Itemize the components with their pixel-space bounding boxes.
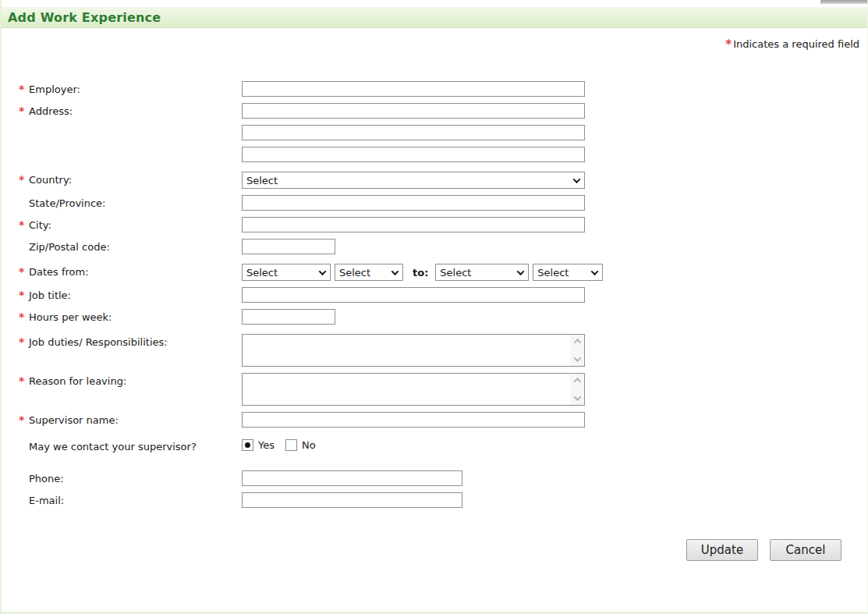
employer-label: Employer:: [29, 83, 80, 96]
zip-label: Zip/Postal code:: [29, 241, 110, 254]
required-field-note: *Indicates a required field: [2, 37, 867, 51]
chevron-down-icon: [517, 268, 525, 275]
phone-label: Phone:: [29, 473, 64, 485]
supervisor-name-input[interactable]: [242, 412, 585, 428]
city-label: City:: [29, 219, 51, 232]
email-label: E-mail:: [29, 495, 64, 507]
required-asterisk: *: [19, 83, 29, 94]
address-line2-input[interactable]: [242, 125, 585, 140]
chevron-down-icon: [573, 176, 581, 183]
work-experience-form: * Employer: * Address: * Country: Select: [2, 81, 867, 561]
contact-supervisor-no-radio[interactable]: [285, 439, 297, 451]
top-strip: [2, 0, 867, 7]
add-work-experience-panel: Add Work Experience *Indicates a require…: [0, 0, 868, 614]
city-row: * City:: [19, 217, 867, 232]
supervisor-name-row: * Supervisor name:: [19, 412, 867, 428]
required-asterisk: *: [19, 105, 29, 116]
chevron-up-icon: [573, 378, 581, 385]
chevron-down-icon: [591, 268, 599, 275]
address-label: Address:: [29, 105, 73, 118]
zip-row: Zip/Postal code:: [19, 239, 867, 254]
dates-row: * Dates from: Select Select to: Select: [19, 264, 867, 281]
section-header: Add Work Experience: [2, 7, 867, 28]
state-row: State/Province:: [19, 195, 867, 211]
reason-leaving-textarea[interactable]: [242, 373, 585, 406]
dates-to-year-value: Select: [537, 267, 569, 279]
required-asterisk: *: [19, 414, 29, 425]
chevron-up-icon: [573, 339, 581, 346]
update-button[interactable]: Update: [686, 539, 758, 561]
chevron-down-icon: [573, 393, 581, 401]
email-input[interactable]: [242, 492, 462, 508]
employer-row: * Employer:: [19, 81, 867, 97]
job-title-label: Job title:: [29, 289, 71, 302]
address-line3-input[interactable]: [242, 147, 585, 162]
country-row: * Country: Select: [19, 172, 867, 189]
dates-from-label: Dates from:: [29, 266, 89, 279]
city-input[interactable]: [242, 217, 585, 232]
dates-to-label: to:: [413, 267, 428, 279]
state-label: State/Province:: [29, 197, 105, 210]
address-line1-input[interactable]: [242, 103, 585, 119]
required-asterisk: *: [19, 289, 29, 300]
contact-supervisor-label: May we contact your supervisor?: [29, 441, 197, 453]
job-title-input[interactable]: [242, 287, 585, 303]
phone-row: Phone:: [19, 470, 867, 486]
chevron-down-icon: [319, 268, 327, 275]
chevron-down-icon: [573, 354, 581, 362]
chevron-down-icon: [391, 268, 399, 275]
dates-from-year-select[interactable]: Select: [335, 264, 403, 281]
country-select-value: Select: [246, 175, 278, 186]
supervisor-name-label: Supervisor name:: [29, 414, 119, 427]
textarea-scrollbar[interactable]: [570, 335, 584, 366]
job-duties-label: Job duties/ Responsibilities:: [29, 336, 168, 349]
required-asterisk: *: [19, 219, 29, 230]
reason-leaving-label: Reason for leaving:: [29, 375, 126, 388]
scrollbar-thumb[interactable]: [820, 0, 867, 4]
dates-to-month-value: Select: [440, 267, 471, 279]
textarea-scrollbar[interactable]: [570, 374, 584, 405]
dates-from-year-value: Select: [339, 267, 370, 279]
cancel-button[interactable]: Cancel: [770, 539, 841, 561]
dates-to-month-select[interactable]: Select: [435, 264, 529, 281]
required-asterisk: *: [19, 375, 29, 386]
dates-from-month-value: Select: [246, 267, 278, 279]
hours-row: * Hours per week:: [19, 309, 867, 325]
contact-supervisor-yes-label: Yes: [258, 439, 275, 451]
hours-per-week-label: Hours per week:: [29, 311, 112, 324]
hours-per-week-input[interactable]: [242, 309, 335, 325]
contact-supervisor-row: May we contact your supervisor? Yes No: [19, 438, 867, 453]
zip-input[interactable]: [242, 239, 335, 254]
job-duties-textarea[interactable]: [242, 334, 585, 367]
required-asterisk: *: [725, 37, 732, 51]
required-note-text: Indicates a required field: [733, 38, 859, 50]
required-asterisk: *: [19, 336, 29, 347]
contact-supervisor-no-label: No: [302, 439, 316, 451]
address-row: * Address:: [19, 103, 867, 162]
email-row: E-mail:: [19, 492, 867, 508]
phone-input[interactable]: [242, 470, 462, 486]
required-asterisk: *: [19, 174, 29, 185]
reason-leaving-row: * Reason for leaving:: [19, 373, 867, 406]
employer-input[interactable]: [242, 81, 585, 97]
page-title: Add Work Experience: [8, 10, 161, 25]
country-select[interactable]: Select: [242, 172, 585, 189]
country-label: Country:: [29, 174, 72, 186]
job-title-row: * Job title:: [19, 287, 867, 303]
required-asterisk: *: [19, 266, 29, 277]
required-asterisk: *: [19, 311, 29, 322]
dates-from-month-select[interactable]: Select: [242, 264, 331, 281]
job-duties-row: * Job duties/ Responsibilities:: [19, 334, 867, 367]
form-actions: Update Cancel: [19, 539, 867, 561]
dates-to-year-select[interactable]: Select: [533, 264, 603, 281]
state-input[interactable]: [242, 195, 585, 211]
contact-supervisor-yes-radio[interactable]: [242, 439, 253, 451]
